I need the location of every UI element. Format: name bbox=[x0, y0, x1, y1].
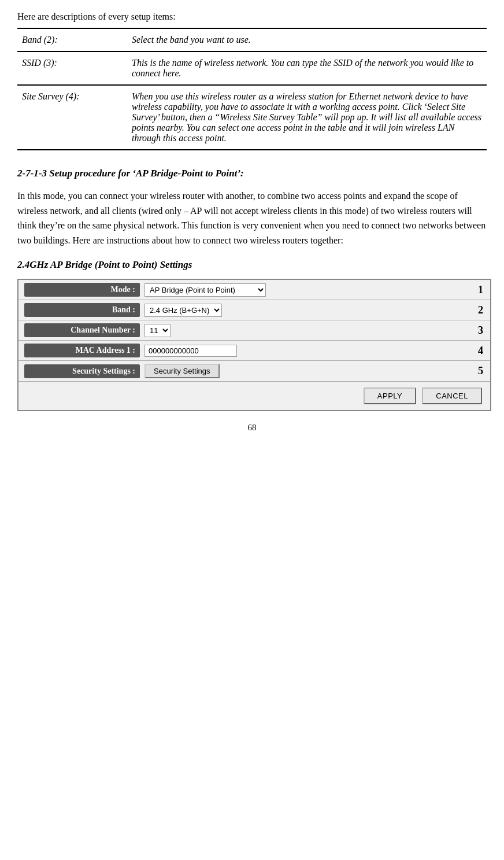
form-row-4: MAC Address 1 :4 bbox=[18, 341, 490, 361]
description-row: Site Survey (4):When you use this wirele… bbox=[17, 85, 487, 150]
row-number-2: 2 bbox=[478, 304, 483, 316]
form-row-5: Security Settings :Security Settings5 bbox=[18, 361, 490, 381]
row-label-3: Channel Number : bbox=[24, 323, 140, 337]
form-row-1: Mode :AP Bridge (Point to Point)AP Bridg… bbox=[18, 280, 490, 300]
section-heading: 2-7-1-3 Setup procedure for ‘AP Bridge-P… bbox=[17, 168, 487, 179]
row-number-4: 4 bbox=[478, 345, 483, 357]
row-label-2: Band : bbox=[24, 303, 140, 317]
row-number-3: 3 bbox=[478, 324, 483, 337]
description-text: This is the name of wireless network. Yo… bbox=[127, 51, 487, 85]
description-row: Band (2):Select the band you want to use… bbox=[17, 28, 487, 51]
description-label: SSID (3): bbox=[17, 51, 127, 85]
cancel-button[interactable]: CANCEL bbox=[422, 387, 482, 404]
security-settings-button[interactable]: Security Settings bbox=[144, 364, 220, 378]
description-text: Select the band you want to use. bbox=[127, 28, 487, 51]
row-label-5: Security Settings : bbox=[24, 364, 140, 378]
select-channelnumber:[interactable]: 1112345678910 bbox=[144, 324, 171, 337]
description-label: Site Survey (4): bbox=[17, 85, 127, 150]
description-text: When you use this wireless router as a w… bbox=[127, 85, 487, 150]
descriptions-table: Band (2):Select the band you want to use… bbox=[17, 28, 487, 150]
select-band:[interactable]: 2.4 GHz (B+G+N)2.4 GHz (B)2.4 GHz (G)2.4… bbox=[144, 304, 222, 317]
apply-button[interactable]: APPLY bbox=[364, 387, 416, 404]
body-paragraph: In this mode, you can connect your wirel… bbox=[17, 189, 487, 248]
row-number-5: 5 bbox=[478, 365, 483, 377]
row-number-1: 1 bbox=[478, 284, 483, 296]
form-row-3: Channel Number :11123456789103 bbox=[18, 320, 490, 341]
settings-panel: Mode :AP Bridge (Point to Point)AP Bridg… bbox=[17, 279, 491, 411]
row-label-4: MAC Address 1 : bbox=[24, 344, 140, 357]
action-row: APPLY CANCEL bbox=[18, 381, 490, 410]
description-row: SSID (3):This is the name of wireless ne… bbox=[17, 51, 487, 85]
form-row-2: Band :2.4 GHz (B+G+N)2.4 GHz (B)2.4 GHz … bbox=[18, 300, 490, 320]
sub-heading: 2.4GHz AP Bridge (Point to Point) Settin… bbox=[17, 259, 487, 271]
select-mode:[interactable]: AP Bridge (Point to Point)AP Bridge (Poi… bbox=[144, 283, 266, 297]
description-label: Band (2): bbox=[17, 28, 127, 51]
page-number: 68 bbox=[17, 423, 487, 433]
form-rows: Mode :AP Bridge (Point to Point)AP Bridg… bbox=[18, 280, 490, 381]
input-mac-address[interactable] bbox=[144, 345, 237, 357]
row-label-1: Mode : bbox=[24, 283, 140, 297]
intro-text: Here are descriptions of every setup ite… bbox=[17, 12, 487, 22]
